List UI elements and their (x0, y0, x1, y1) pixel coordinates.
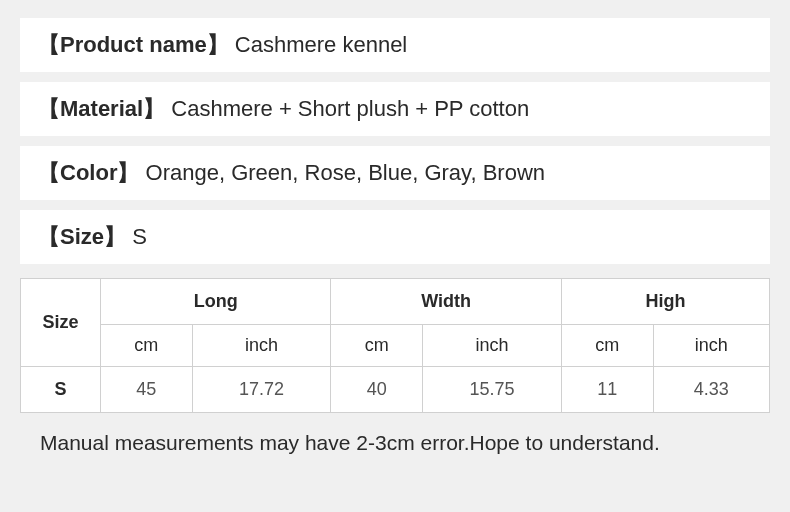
table-row: S 45 17.72 40 15.75 11 4.33 (21, 367, 770, 413)
cell-width-cm: 40 (331, 367, 423, 413)
header-long-cm: cm (101, 325, 193, 367)
cell-high-inch: 4.33 (653, 367, 769, 413)
header-high: High (561, 279, 769, 325)
size-value: S (132, 224, 147, 249)
product-name-value: Cashmere kennel (235, 32, 407, 57)
header-high-inch: inch (653, 325, 769, 367)
header-size: Size (21, 279, 101, 367)
measurement-note: Manual measurements may have 2-3cm error… (20, 423, 770, 463)
cell-long-cm: 45 (101, 367, 193, 413)
size-row: 【Size】 S (20, 210, 770, 264)
table-subheader-row: cm inch cm inch cm inch (21, 325, 770, 367)
cell-width-inch: 15.75 (423, 367, 562, 413)
header-width-inch: inch (423, 325, 562, 367)
header-width: Width (331, 279, 561, 325)
header-high-cm: cm (561, 325, 653, 367)
table-header-row: Size Long Width High (21, 279, 770, 325)
material-label: 【Material】 (38, 96, 165, 121)
header-long: Long (101, 279, 331, 325)
header-long-inch: inch (192, 325, 331, 367)
cell-long-inch: 17.72 (192, 367, 331, 413)
size-label: 【Size】 (38, 224, 126, 249)
color-value: Orange, Green, Rose, Blue, Gray, Brown (146, 160, 545, 185)
size-table: Size Long Width High cm inch cm inch cm … (20, 278, 770, 413)
cell-size: S (21, 367, 101, 413)
color-row: 【Color】 Orange, Green, Rose, Blue, Gray,… (20, 146, 770, 200)
color-label: 【Color】 (38, 160, 139, 185)
material-row: 【Material】 Cashmere + Short plush + PP c… (20, 82, 770, 136)
cell-high-cm: 11 (561, 367, 653, 413)
product-name-row: 【Product name】 Cashmere kennel (20, 18, 770, 72)
header-width-cm: cm (331, 325, 423, 367)
material-value: Cashmere + Short plush + PP cotton (171, 96, 529, 121)
product-name-label: 【Product name】 (38, 32, 229, 57)
